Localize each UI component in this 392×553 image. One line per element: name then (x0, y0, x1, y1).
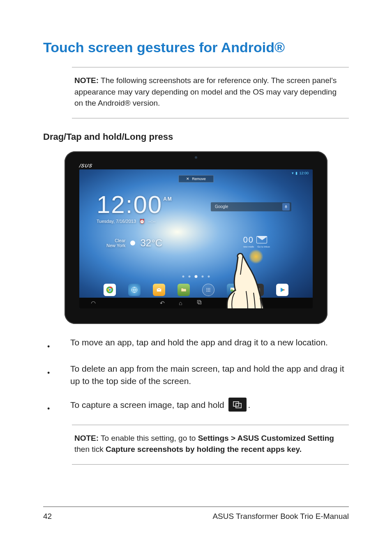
email-app-icon[interactable]: Email (153, 284, 165, 296)
page-title: Touch screen gestures for Android® (43, 39, 349, 56)
status-bar: ▾ ▮ 12:00 (292, 171, 309, 175)
note2-bold1: Settings > ASUS Customized Setting (198, 434, 334, 442)
doc-title-footer: ASUS Transformer Book Trio E-Manual (212, 512, 349, 521)
playstore-app-icon[interactable]: Play Store (276, 284, 288, 296)
nav-back-icon[interactable]: ↶ (160, 300, 165, 306)
drag-glow-indicator (249, 249, 263, 264)
svg-point-9 (208, 289, 209, 290)
note2-bold2: Capture screenshots by holding the recen… (106, 445, 302, 454)
weather-temp: 32°C (140, 237, 162, 249)
note-label: NOTE: (74, 434, 99, 442)
bullet-item-move: • To move an app, tap and hold the app a… (47, 336, 349, 352)
svg-point-8 (207, 289, 208, 290)
bullet-item-capture: • To capture a screen image, tap and hol… (47, 398, 349, 414)
remove-label: Remove (192, 177, 206, 181)
google-search-bar[interactable]: Google (211, 202, 291, 211)
capture-post: . (248, 400, 251, 409)
weather-widget[interactable]: Clear New York 32°C (106, 237, 162, 249)
recent-apps-key-icon (228, 398, 247, 412)
svg-point-5 (207, 288, 208, 289)
svg-rect-18 (257, 287, 258, 288)
bullet-text: To move an app, tap and hold the app and… (70, 336, 328, 352)
asus-logo: /SUS (79, 163, 93, 169)
page-footer: 42 ASUS Transformer Book Trio E-Manual (43, 507, 349, 521)
mail-label-right: Go to inbox (257, 245, 270, 248)
all-apps-button[interactable] (202, 284, 214, 296)
clock-ampm: AM (163, 197, 173, 201)
svg-point-10 (210, 289, 210, 290)
bullet-text: To delete an app from the main screen, t… (70, 363, 349, 388)
wifi-icon: ▾ (292, 171, 294, 175)
tablet-screenshot: /SUS ▾ ▮ 12:00 ✕ Remove 12:00 AM (43, 151, 349, 324)
tablet-screen: ▾ ▮ 12:00 ✕ Remove 12:00 AM Tuesday, 7/1… (79, 169, 313, 308)
filemgr-app-icon[interactable]: File Manager (178, 284, 190, 296)
bullet-text: To capture a screen image, tap and hold … (70, 398, 250, 414)
svg-rect-19 (198, 300, 201, 303)
envelope-icon (256, 236, 267, 243)
nav-notifications-icon[interactable]: ◠ (91, 300, 96, 306)
bullet-dot: • (47, 403, 51, 414)
page-number: 42 (43, 512, 52, 521)
bullet-dot: • (47, 341, 51, 352)
note-text: The following screenshots are for refere… (74, 76, 337, 107)
capture-pre: To capture a screen image, tap and hold (70, 400, 227, 409)
svg-point-17 (256, 289, 258, 291)
clock-date-text: Tuesday, 7/16/2013 (97, 219, 136, 224)
remove-drop-target[interactable]: ✕ Remove (178, 175, 214, 183)
close-x-icon: ✕ (186, 177, 189, 181)
dock-row: Chrome Browser Email File Manager (79, 284, 313, 296)
chrome-app-icon[interactable]: Chrome (104, 284, 116, 296)
section-subhead: Drag/Tap and hold/Long press (43, 132, 349, 142)
alarm-icon: ⏰ (139, 219, 145, 224)
clock-time-text: 12:00 (97, 192, 162, 217)
weather-condition: Clear (106, 238, 125, 243)
nav-recent-icon[interactable] (196, 299, 203, 306)
battery-icon: ▮ (295, 171, 297, 175)
note2-t1: To enable this setting, go to (99, 434, 198, 442)
svg-point-15 (231, 288, 232, 289)
browser-app-icon[interactable]: Browser (128, 284, 141, 296)
bullet-item-delete: • To delete an app from the main screen,… (47, 363, 349, 388)
weather-city: New York (106, 243, 125, 248)
svg-point-7 (210, 288, 210, 289)
mail-label-left: new mails (243, 245, 254, 248)
tablet-camera-dot (195, 156, 197, 159)
sun-icon (129, 239, 137, 247)
mail-count: 00 (243, 235, 254, 245)
svg-rect-20 (198, 301, 201, 304)
tablet-frame: /SUS ▾ ▮ 12:00 ✕ Remove 12:00 AM (65, 151, 327, 324)
status-time: 12:00 (299, 171, 309, 175)
alarm-placeholder: --:-- (148, 219, 156, 224)
note-block-top: NOTE: The following screenshots are for … (72, 67, 349, 118)
page-indicator[interactable] (182, 275, 210, 278)
search-placeholder: Google (215, 204, 228, 209)
camera-app-icon[interactable]: Camera (251, 284, 264, 296)
svg-point-12 (208, 291, 209, 292)
bullet-list: • To move an app, tap and hold the app a… (47, 336, 349, 414)
note-label: NOTE: (74, 76, 99, 85)
note-block-bottom: NOTE: To enable this setting, go to Sett… (72, 425, 349, 465)
svg-point-6 (208, 288, 209, 289)
note2-t2: then tick (74, 445, 106, 454)
mail-widget[interactable]: 00 new mails Go to inbox (243, 235, 270, 248)
svg-point-13 (210, 291, 210, 292)
mic-icon[interactable] (282, 203, 290, 211)
clock-widget[interactable]: 12:00 AM Tuesday, 7/16/2013 ⏰ --:-- (97, 192, 173, 224)
nav-home-icon[interactable]: ⌂ (179, 300, 182, 306)
android-nav-bar: ◠ ↶ ⌂ (79, 298, 313, 308)
svg-point-11 (207, 291, 208, 292)
bullet-dot: • (47, 368, 51, 388)
gallery-app-icon[interactable] (227, 284, 239, 296)
